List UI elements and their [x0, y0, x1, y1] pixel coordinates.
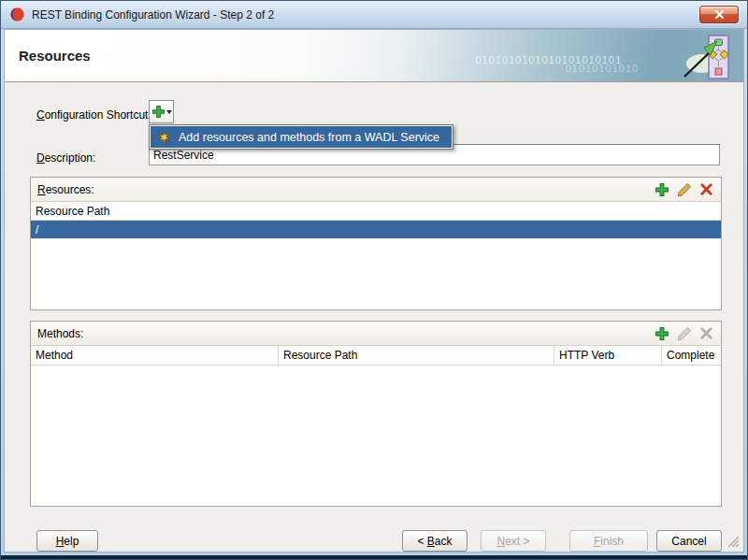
resources-panel: Resources:: [30, 177, 722, 310]
wizard-window: REST Binding Configuration Wizard - Step…: [0, 0, 748, 560]
cancel-button[interactable]: Cancel: [656, 530, 722, 552]
titlebar[interactable]: REST Binding Configuration Wizard - Step…: [1, 1, 747, 29]
methods-label: Methods:: [37, 327, 83, 340]
delete-x-icon: [699, 182, 713, 196]
column-resource-path[interactable]: Resource Path: [31, 202, 721, 220]
binary-decoration: 01010101010: [566, 63, 639, 74]
app-icon: [9, 7, 25, 22]
resources-table-header: Resource Path: [31, 202, 721, 221]
add-method-button[interactable]: [654, 325, 669, 341]
resources-label: Resources:: [37, 183, 94, 196]
plus-icon: [654, 326, 669, 341]
plus-icon: [151, 105, 165, 119]
resources-toolbar: [654, 181, 714, 197]
column-method[interactable]: Method: [31, 346, 279, 365]
finish-button-disabled: Finish: [569, 530, 648, 552]
banner: Resources 0101010101010101010101 0101010…: [5, 30, 743, 82]
resource-path-value: /: [36, 223, 38, 237]
configuration-shortcut-label: Configuration Shortcut:: [36, 108, 151, 122]
window-title: REST Binding Configuration Wizard - Step…: [32, 8, 274, 22]
menu-item-add-wadl[interactable]: Add resources and methods from a WADL Se…: [151, 126, 452, 148]
help-button[interactable]: Help: [36, 530, 98, 552]
methods-panel: Methods:: [30, 321, 722, 507]
pencil-icon: [677, 326, 692, 341]
description-label: Description:: [36, 151, 95, 165]
add-resource-button[interactable]: [654, 181, 669, 197]
wizard-wand-icon: [682, 33, 730, 81]
edit-resource-button[interactable]: [676, 181, 692, 197]
page-title: Resources: [19, 48, 91, 64]
pencil-icon: [677, 182, 692, 197]
shortcut-menu: Add resources and methods from a WADL Se…: [149, 124, 453, 150]
menu-item-label: Add resources and methods from a WADL Se…: [179, 131, 439, 144]
delete-method-button-disabled: [698, 325, 714, 341]
column-complete[interactable]: Complete: [662, 346, 721, 365]
methods-panel-header: Methods:: [31, 322, 721, 346]
edit-method-button-disabled: [676, 325, 692, 341]
close-button[interactable]: [699, 6, 739, 23]
wadl-wizard-sparkle-icon: [156, 130, 171, 145]
close-icon: [714, 9, 725, 20]
next-button-disabled: Next >: [481, 530, 546, 552]
plus-icon: [654, 182, 669, 197]
window-frame: Resources 0101010101010101010101 0101010…: [1, 29, 747, 559]
methods-toolbar: [654, 325, 714, 341]
column-http-verb[interactable]: HTTP Verb: [554, 346, 662, 365]
back-button[interactable]: < Back: [402, 530, 468, 552]
dropdown-caret-icon: [166, 110, 172, 114]
methods-table-header: Method Resource Path HTTP Verb Complete: [31, 346, 721, 366]
resource-row-selected[interactable]: /: [31, 221, 721, 238]
resources-panel-header: Resources:: [31, 178, 721, 202]
delete-resource-button[interactable]: [698, 181, 714, 197]
resize-grip[interactable]: [727, 536, 740, 548]
dialog-body: Resources 0101010101010101010101 0101010…: [4, 29, 744, 553]
delete-x-icon: [699, 326, 713, 340]
column-resource-path[interactable]: Resource Path: [279, 346, 554, 365]
add-shortcut-dropdown-button[interactable]: [149, 100, 174, 123]
